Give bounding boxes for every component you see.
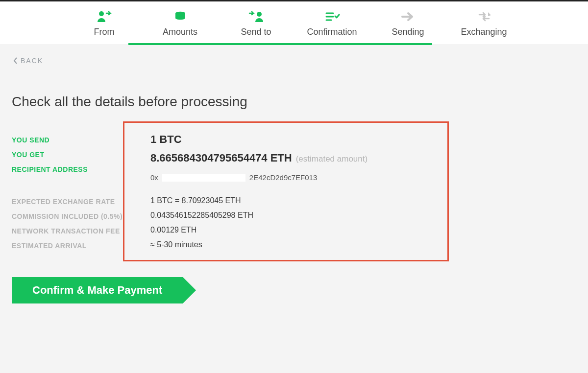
label-arrival: ESTIMATED ARRIVAL (12, 242, 127, 250)
step-label: Exchanging (461, 27, 507, 45)
step-from[interactable]: From (66, 10, 142, 45)
step-confirmation[interactable]: Confirmation (294, 10, 370, 45)
progress-steps: From Amounts Send to Confirmation Sendin… (0, 1, 588, 45)
chevron-left-icon (13, 57, 18, 65)
label-you-send: YOU SEND (12, 136, 127, 144)
page-title: Check all the details before processing (12, 94, 576, 110)
person-arrow-icon (97, 10, 112, 23)
value-you-get: 8.665684304795654474 ETH (estimated amou… (127, 152, 576, 164)
step-label: Amounts (163, 27, 197, 45)
coins-icon (172, 10, 188, 23)
svg-point-2 (257, 12, 262, 17)
value-commission: 0.043546152285405298 ETH (127, 211, 576, 220)
arrow-person-icon (248, 10, 264, 23)
step-label: From (94, 27, 115, 45)
value-expected-rate: 1 BTC = 8.70923045 ETH (127, 196, 576, 205)
back-label: BACK (21, 57, 43, 65)
address-mid: 2E42cD2d9c7EF013 (249, 173, 317, 182)
label-recipient-address: RECIPIENT ADDRESS (12, 165, 127, 173)
details-grid: YOU SEND YOU GET RECIPIENT ADDRESS EXPEC… (12, 133, 576, 250)
checklist-icon (324, 10, 340, 23)
label-network-fee: NETWORK TRANSACTION FEE (12, 227, 127, 235)
detail-labels: YOU SEND YOU GET RECIPIENT ADDRESS EXPEC… (12, 133, 127, 250)
value-arrival: ≈ 5-30 minutes (127, 240, 576, 249)
step-exchanging[interactable]: Exchanging (446, 10, 522, 45)
address-redacted (162, 174, 245, 182)
address-prefix: 0x (150, 173, 158, 182)
page-body: BACK Check all the details before proces… (0, 45, 588, 373)
confirm-make-payment-button[interactable]: Confirm & Make Payment (12, 277, 183, 303)
step-label: Send to (241, 27, 271, 45)
value-you-send: 1 BTC (127, 133, 576, 146)
value-recipient-address: 0x 2E42cD2d9c7EF013 (127, 173, 576, 182)
value-network-fee: 0.00129 ETH (127, 226, 576, 234)
step-label: Confirmation (307, 27, 357, 45)
step-sending[interactable]: Sending (370, 10, 446, 45)
back-button[interactable]: BACK (12, 55, 44, 67)
exchange-icon (476, 10, 492, 23)
address-redacted-2 (321, 174, 360, 182)
steps-progress-bar (128, 43, 432, 45)
step-sendto[interactable]: Send to (218, 10, 294, 45)
detail-values: 1 BTC 8.665684304795654474 ETH (estimate… (127, 133, 576, 250)
svg-point-0 (99, 11, 104, 16)
label-you-get: YOU GET (12, 151, 127, 159)
label-expected-rate: EXPECTED EXCHANGE RATE (12, 198, 127, 206)
step-amounts[interactable]: Amounts (142, 10, 218, 45)
step-label: Sending (392, 27, 424, 45)
value-you-get-amount: 8.665684304795654474 ETH (150, 152, 292, 164)
label-commission: COMMISSION INCLUDED (0.5%) (12, 212, 127, 220)
value-you-get-note: (estimated amount) (296, 154, 368, 164)
arrow-right-icon (400, 10, 416, 23)
